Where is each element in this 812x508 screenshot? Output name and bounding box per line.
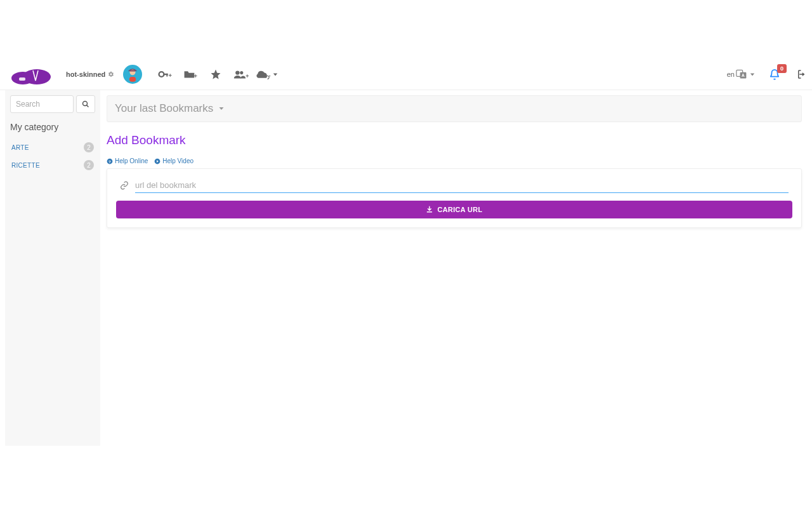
cloud-sync-icon[interactable] <box>254 69 279 80</box>
gear-icon <box>108 71 114 77</box>
help-online-label: Help Online <box>115 157 148 164</box>
category-count: 2 <box>84 142 94 152</box>
top-navbar: hot-skinned + + <box>0 58 812 90</box>
category-label: ARTE <box>11 144 29 151</box>
link-icon <box>120 181 129 190</box>
svg-rect-9 <box>167 73 168 76</box>
category-count: 2 <box>84 160 94 170</box>
help-video-link[interactable]: Help Video <box>154 157 193 164</box>
category-item-ricette[interactable]: RICETTE 2 <box>10 156 95 174</box>
panel-title-text: Your last Bookmarks <box>115 102 213 115</box>
last-bookmarks-panel: Your last Bookmarks <box>107 95 802 122</box>
main-content: Your last Bookmarks Add Bookmark ? Help … <box>100 90 812 446</box>
notification-count: 0 <box>777 64 787 73</box>
svg-rect-5 <box>130 70 136 71</box>
svg-line-22 <box>87 105 89 107</box>
bookmark-url-input[interactable] <box>135 178 789 193</box>
svg-marker-20 <box>750 73 754 76</box>
search-icon <box>82 100 89 108</box>
svg-point-21 <box>83 102 88 106</box>
svg-rect-27 <box>427 211 432 213</box>
svg-text:+: + <box>194 72 198 79</box>
notifications-button[interactable]: 0 <box>769 68 780 81</box>
logout-button[interactable] <box>794 69 806 80</box>
sidebar: My category ARTE 2 RICETTE 2 <box>5 90 100 446</box>
svg-marker-15 <box>269 75 270 76</box>
star-icon[interactable] <box>203 69 228 80</box>
sidebar-title: My category <box>10 122 95 132</box>
svg-marker-16 <box>273 73 277 76</box>
svg-point-7 <box>159 72 164 77</box>
logo[interactable] <box>10 63 55 86</box>
language-label: en <box>727 70 735 78</box>
svg-rect-6 <box>129 76 136 81</box>
load-url-label: CARICA URL <box>437 206 482 213</box>
svg-text:+: + <box>169 71 173 78</box>
svg-point-12 <box>236 70 240 74</box>
svg-text:+: + <box>246 73 249 79</box>
load-url-button[interactable]: CARICA URL <box>116 201 792 218</box>
category-item-arte[interactable]: ARTE 2 <box>10 138 95 156</box>
play-icon <box>154 158 160 164</box>
add-group-icon[interactable]: + <box>228 69 254 80</box>
username-menu[interactable]: hot-skinned <box>66 70 114 78</box>
search-button[interactable] <box>76 95 95 113</box>
avatar[interactable] <box>123 65 142 84</box>
svg-point-13 <box>240 71 244 74</box>
svg-rect-2 <box>19 77 25 81</box>
add-folder-icon[interactable]: + <box>178 69 203 80</box>
add-bookmark-card: CARICA URL <box>107 168 802 228</box>
help-online-link[interactable]: ? Help Online <box>107 157 148 164</box>
last-bookmarks-toggle[interactable]: Your last Bookmarks <box>115 102 794 115</box>
svg-text:?: ? <box>108 159 111 163</box>
search-input[interactable] <box>10 95 74 113</box>
question-icon: ? <box>107 158 113 164</box>
chevron-down-icon <box>217 104 226 113</box>
svg-text:A: A <box>742 73 745 77</box>
help-video-label: Help Video <box>162 157 193 164</box>
download-icon <box>426 206 433 213</box>
category-label: RICETTE <box>11 162 40 169</box>
username-label: hot-skinned <box>66 70 105 78</box>
language-switcher[interactable]: en A <box>727 69 756 79</box>
page-heading: Add Bookmark <box>107 133 802 147</box>
add-key-icon[interactable]: + <box>152 69 178 80</box>
